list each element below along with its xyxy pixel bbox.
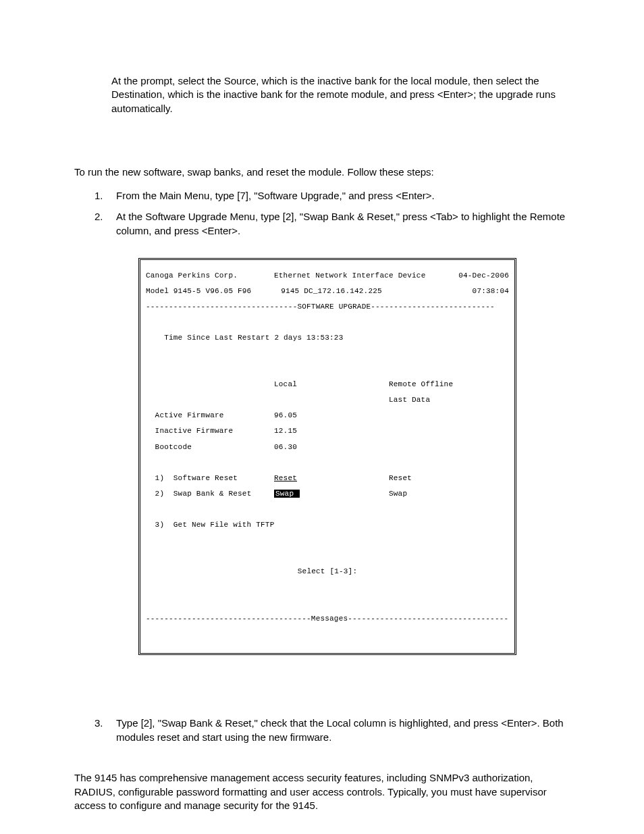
term-inactive-fw: Inactive Firmware12.15 (146, 427, 509, 436)
step-text: At the Software Upgrade Menu, type [2], … (116, 209, 576, 238)
step-1: 1. From the Main Menu, type [7], "Softwa… (74, 188, 576, 203)
steps-list-a: 1. From the Main Menu, type [7], "Softwa… (74, 188, 576, 238)
term-blank (146, 583, 509, 592)
term-col-headers: LocalRemote Offline (146, 381, 509, 389)
step-text: From the Main Menu, type [7], "Software … (116, 188, 576, 203)
page: At the prompt, select the Source, which … (0, 0, 644, 834)
term-select-prompt: Select [1-3]: (146, 568, 509, 576)
term-bootcode: Bootcode06.30 (146, 444, 509, 452)
step-2: 2. At the Software Upgrade Menu, type [2… (74, 209, 576, 238)
term-active-fw: Active Firmware96.05 (146, 412, 509, 420)
term-col-sub: Last Data (146, 396, 509, 405)
term-blank (146, 600, 509, 608)
term-opt-2: 2) Swap Bank & ResetSwap Swap (146, 490, 509, 498)
term-blank (146, 537, 509, 545)
term-header-2: Model 9145-5 V96.05 F969145 DC_172.16.14… (146, 288, 509, 296)
terminal: Canoga Perkins Corp.Ethernet Network Int… (138, 258, 516, 655)
intro-paragraph: At the prompt, select the Source, which … (111, 74, 576, 115)
run-intro: To run the new software, swap banks, and… (74, 165, 576, 179)
step-number: 1. (74, 188, 116, 203)
term-divider-upgrade: ---------------------------------SOFTWAR… (146, 303, 509, 311)
terminal-screenshot: Canoga Perkins Corp.Ethernet Network Int… (138, 258, 516, 655)
term-blank (146, 365, 509, 373)
term-blank (146, 459, 509, 467)
term-opt-3: 3) Get New File with TFTP (146, 521, 509, 529)
steps-list-b: 3. Type [2], "Swap Bank & Reset," check … (74, 716, 576, 744)
term-blank (146, 506, 509, 514)
term-blank (146, 350, 509, 358)
term-opt-1: 1) Software ResetResetReset (146, 475, 509, 483)
step-number: 2. (74, 209, 116, 238)
term-blank (146, 319, 509, 327)
security-paragraph: The 9145 has comprehensive management ac… (74, 771, 576, 812)
step-3: 3. Type [2], "Swap Bank & Reset," check … (74, 716, 576, 744)
term-since-restart: Time Since Last Restart 2 days 13:53:23 (146, 334, 509, 342)
term-blank (146, 552, 509, 561)
term-divider-messages: ------------------------------------Mess… (146, 615, 509, 623)
step-text: Type [2], "Swap Bank & Reset," check tha… (116, 716, 576, 744)
term-header-1: Canoga Perkins Corp.Ethernet Network Int… (146, 272, 509, 280)
step-number: 3. (74, 716, 116, 744)
